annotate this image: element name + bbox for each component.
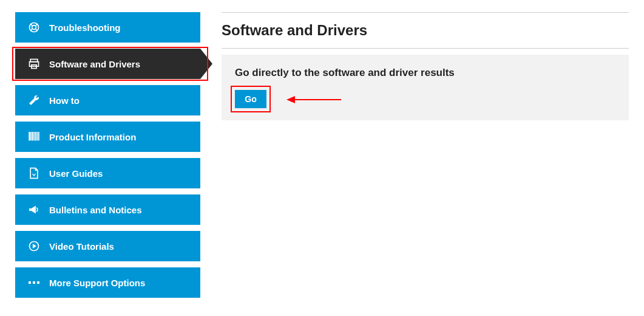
sidebar: Troubleshooting Software and Drivers How… xyxy=(15,12,200,304)
sidebar-item-user-guides[interactable]: User Guides xyxy=(15,158,200,188)
printer-icon xyxy=(27,57,41,70)
svg-rect-14 xyxy=(37,132,38,141)
svg-rect-7 xyxy=(30,62,39,67)
sidebar-item-label: Product Information xyxy=(49,132,136,142)
svg-rect-15 xyxy=(39,132,39,141)
megaphone-icon xyxy=(27,203,41,216)
content-header: Software and Drivers xyxy=(222,12,629,49)
svg-line-4 xyxy=(30,29,32,31)
svg-rect-13 xyxy=(35,132,36,141)
svg-line-5 xyxy=(36,29,38,31)
sidebar-item-label: User Guides xyxy=(49,168,103,179)
sidebar-item-more-support-options[interactable]: More Support Options xyxy=(15,267,200,298)
svg-point-1 xyxy=(32,26,36,30)
sidebar-item-label: Bulletins and Notices xyxy=(49,205,142,215)
action-panel: Go directly to the software and driver r… xyxy=(222,55,629,120)
sidebar-item-label: More Support Options xyxy=(49,278,145,288)
page-title: Software and Drivers xyxy=(222,22,629,39)
lifebuoy-icon xyxy=(27,21,41,34)
barcode-icon xyxy=(27,130,41,143)
svg-rect-12 xyxy=(34,132,35,141)
svg-marker-17 xyxy=(33,244,36,249)
dots-icon xyxy=(27,276,41,289)
svg-rect-10 xyxy=(31,132,32,141)
main-content: Software and Drivers Go directly to the … xyxy=(200,12,629,304)
sidebar-item-product-information[interactable]: Product Information xyxy=(15,122,200,152)
sidebar-item-video-tutorials[interactable]: Video Tutorials xyxy=(15,231,200,261)
panel-heading: Go directly to the software and driver r… xyxy=(235,67,615,79)
svg-line-3 xyxy=(36,24,38,26)
go-button-wrap: Go xyxy=(235,90,266,108)
sidebar-item-label: Software and Drivers xyxy=(49,59,140,69)
sidebar-item-bulletins-notices[interactable]: Bulletins and Notices xyxy=(15,194,200,225)
arrow-annotation xyxy=(286,94,341,108)
sidebar-item-how-to[interactable]: How to xyxy=(15,85,200,115)
sidebar-item-software-drivers[interactable]: Software and Drivers xyxy=(15,49,200,79)
sidebar-item-label: How to xyxy=(49,95,80,106)
sidebar-item-label: Troubleshooting xyxy=(49,22,121,33)
document-pdf-icon xyxy=(27,167,41,180)
go-button[interactable]: Go xyxy=(235,90,266,108)
play-circle-icon xyxy=(27,239,41,253)
svg-line-2 xyxy=(30,24,32,26)
svg-rect-11 xyxy=(32,132,33,141)
sidebar-item-label: Video Tutorials xyxy=(49,241,114,252)
svg-marker-19 xyxy=(286,96,295,103)
svg-rect-9 xyxy=(29,132,30,141)
wrench-icon xyxy=(27,94,41,107)
sidebar-item-troubleshooting[interactable]: Troubleshooting xyxy=(15,12,200,43)
